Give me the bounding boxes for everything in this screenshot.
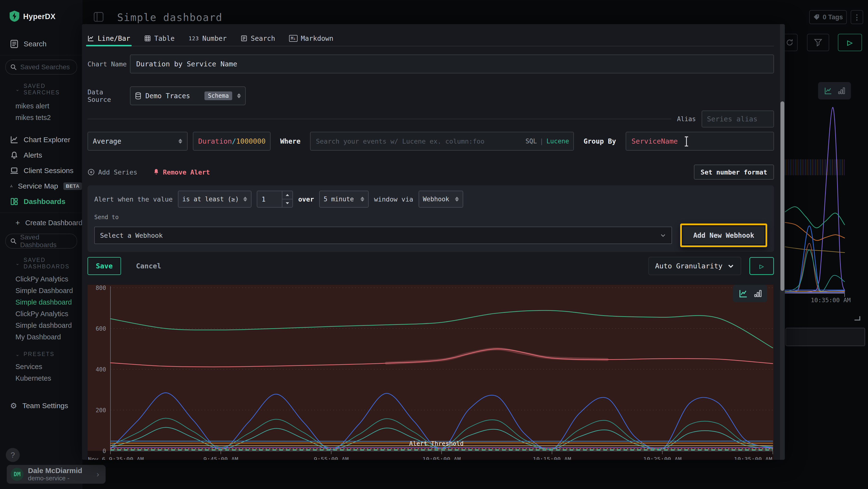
granularity-select[interactable]: Auto Granularity [648, 257, 741, 275]
cancel-button[interactable]: Cancel [136, 262, 161, 270]
dashboard-item[interactable]: Simple Dashboard [0, 285, 82, 296]
help-button[interactable]: ? [6, 448, 20, 462]
search-icon [10, 238, 17, 244]
sql-toggle[interactable]: SQL [526, 138, 537, 145]
saved-dashboards-placeholder: Saved Dashboards [20, 233, 77, 249]
saved-search-item[interactable]: mikes tets2 [0, 112, 82, 123]
user-subtitle: demo-service - [28, 475, 82, 482]
section-saved-dashboards[interactable]: ⌄ SAVED DASHBOARDS [16, 257, 82, 270]
alert-prefix-label: Alert when the value [94, 196, 173, 203]
resize-handle-icon[interactable] [855, 316, 860, 320]
service-map-icon [10, 182, 12, 190]
sidebar-item-alerts[interactable]: Alerts [0, 147, 82, 163]
sidebar-collapse-icon[interactable] [94, 12, 103, 22]
where-search-input[interactable]: Search your events w/ Lucene ex. column:… [310, 132, 574, 151]
alias-label: Alias [677, 115, 696, 123]
chart-name-label: Chart Name [88, 60, 130, 68]
line-chart-icon [88, 35, 94, 42]
step-down-icon[interactable] [282, 199, 292, 207]
chart-type-toggle[interactable] [818, 82, 851, 99]
remove-alert-button[interactable]: Remove Alert [153, 169, 210, 176]
data-source-select[interactable]: Demo Traces Schema [130, 86, 246, 105]
add-new-webhook-button[interactable]: Add New Webhook [683, 226, 764, 244]
tab-table[interactable]: Table [144, 31, 175, 46]
add-series-button[interactable]: Add Series [88, 169, 137, 176]
saved-searches-placeholder: Saved Searches [20, 63, 70, 71]
aggregation-select[interactable]: Average [88, 132, 188, 151]
dashboard-item-active[interactable]: Simple dashboard [0, 296, 82, 308]
sidebar-item-client-sessions[interactable]: Client Sessions [0, 163, 82, 178]
divider [88, 119, 671, 119]
alert-channel-select[interactable]: Webhook [418, 191, 463, 207]
alert-window-select[interactable]: 5 minute [319, 191, 369, 207]
scrollbar-thumb[interactable] [780, 102, 784, 291]
saved-dashboards-input[interactable]: Saved Dashboards [5, 234, 77, 249]
line-chart-icon[interactable] [739, 289, 748, 298]
webhook-select[interactable]: Select a Webhook [94, 227, 672, 244]
tab-search[interactable]: Search [241, 31, 275, 46]
beta-badge: BETA [63, 182, 82, 190]
saved-search-item[interactable]: mikes alert [0, 100, 82, 112]
user-profile[interactable]: DM Dale McDiarmid demo-service - › [7, 465, 105, 484]
filter-button[interactable] [807, 34, 829, 51]
line-chart-icon[interactable] [824, 87, 833, 95]
dashboard-item[interactable]: Simple dashboard [0, 320, 82, 331]
kebab-icon: ⋮ [853, 13, 861, 22]
alert-condition-select[interactable]: is at least (≥) [178, 191, 251, 207]
schema-badge: Schema [205, 91, 232, 100]
chevron-down-icon [727, 262, 735, 269]
section-saved-searches[interactable]: ⌄ SAVED SEARCHES [16, 83, 82, 96]
save-button[interactable]: Save [88, 257, 121, 275]
run-chart-button[interactable]: ▷ [749, 257, 774, 275]
sidebar-item-chart-explorer[interactable]: Chart Explorer [0, 132, 82, 147]
sidebar-item-search[interactable]: Search [0, 36, 82, 52]
alert-preview-chart: 0200400600800Nov 6 9:35:00 AM9:45:00 AM9… [88, 285, 774, 460]
svg-text:10:35:00 AM: 10:35:00 AM [811, 297, 850, 304]
bar-chart-icon[interactable] [754, 289, 762, 298]
chart-name-input[interactable]: Duration by Service Name [130, 55, 774, 74]
dashboard-item[interactable]: ClickPy Analytics [0, 273, 82, 285]
run-query-button[interactable]: ▷ [838, 34, 862, 51]
section-presets[interactable]: ⌄ PRESETS [16, 351, 82, 357]
svg-text:400: 400 [96, 366, 106, 373]
number-stepper[interactable] [282, 191, 292, 207]
svg-text:800: 800 [96, 285, 106, 291]
tab-line-bar[interactable]: Line/Bar [88, 31, 130, 46]
preset-item[interactable]: Kubernetes [0, 372, 82, 384]
chart-type-toggle[interactable] [733, 285, 767, 302]
chevron-down-icon: ⌄ [16, 86, 20, 92]
preset-item[interactable]: Services [0, 361, 82, 372]
chevron-updown-icon [455, 197, 459, 202]
svg-text:9:55:00 AM: 9:55:00 AM [314, 456, 349, 460]
tab-number[interactable]: 123 Number [189, 31, 227, 46]
brand[interactable]: HyperDX [0, 0, 82, 23]
background-input[interactable] [785, 328, 865, 346]
page-title[interactable]: Simple dashboard [117, 11, 222, 23]
svg-text:Alert Threshold: Alert Threshold [409, 440, 464, 447]
alias-input[interactable]: Series alias [702, 111, 774, 127]
tab-markdown[interactable]: M↓ Markdown [289, 31, 333, 46]
tags-button[interactable]: 0 Tags [809, 10, 847, 24]
dashboard-item[interactable]: My Dashboard [0, 331, 82, 343]
alert-threshold-input[interactable]: 1 [257, 191, 293, 207]
step-up-icon[interactable] [282, 191, 292, 199]
plus-icon: + [16, 219, 20, 227]
field-expression-input[interactable]: Duration/1000000 [193, 132, 271, 151]
sidebar-item-team-settings[interactable]: ⚙ Team Settings [0, 398, 82, 413]
send-to-label: Send to [94, 214, 767, 221]
saved-searches-input[interactable]: Saved Searches [5, 60, 77, 75]
plus-circle-icon [88, 169, 95, 176]
svg-text:9:45:00 AM: 9:45:00 AM [204, 456, 239, 460]
create-dashboard-button[interactable]: + Create Dashboard [0, 216, 82, 229]
bar-chart-icon[interactable] [838, 87, 845, 95]
set-number-format-button[interactable]: Set number format [694, 165, 774, 179]
hyperdx-logo-icon [10, 10, 19, 23]
lucene-toggle[interactable]: Lucene [546, 138, 569, 145]
group-by-input[interactable]: ServiceName [626, 132, 774, 151]
sidebar-item-dashboards[interactable]: Dashboards [0, 194, 82, 209]
kebab-menu-button[interactable]: ⋮ [850, 10, 863, 24]
dashboard-item[interactable]: ClickPy Analytics [0, 308, 82, 320]
modal-scrollbar[interactable] [780, 24, 785, 460]
alert-config-panel: Alert when the value is at least (≥) 1 o… [88, 185, 774, 252]
sidebar-item-service-map[interactable]: Service Map BETA [0, 178, 82, 194]
